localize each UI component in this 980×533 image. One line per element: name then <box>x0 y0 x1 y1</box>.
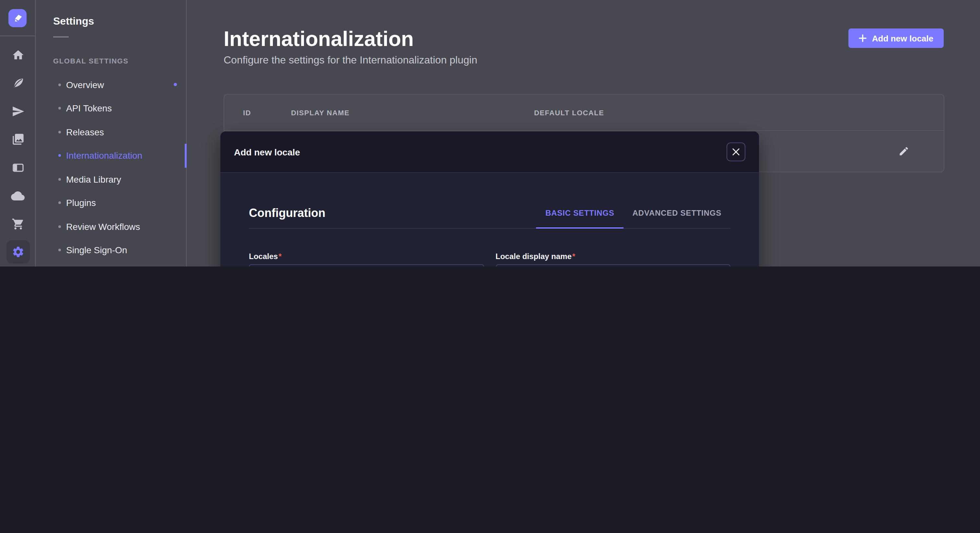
sidebar-item-label: Overview <box>66 80 104 90</box>
sidebar-item-label: Media Library <box>66 174 121 185</box>
locales-field: Locales* French (fr) <box>249 252 484 266</box>
sidebar-item-overview[interactable]: Overview <box>36 73 186 97</box>
sidebar-item-label: Releases <box>66 127 104 137</box>
bullet-icon <box>58 131 61 133</box>
modal-header: Add new locale <box>220 132 759 173</box>
table-header-row: IDDISPLAY NAMEDEFAULT LOCALE <box>224 95 944 130</box>
sidebar-item-label: Plugins <box>66 198 96 208</box>
tab-basic-settings[interactable]: BASIC SETTINGS <box>536 199 624 228</box>
sidebar-item-releases[interactable]: Releases <box>36 120 186 144</box>
settings-nav: GLOBAL SETTINGSOverviewAPI TokensRelease… <box>36 49 186 266</box>
display-name-input[interactable] <box>495 264 730 266</box>
close-icon <box>732 148 740 155</box>
settings-active-pill <box>6 241 30 264</box>
page-title: Internationalization <box>224 27 414 51</box>
column-header-id: ID <box>243 108 291 116</box>
edit-locale-button[interactable] <box>896 143 912 159</box>
locales-label: Locales* <box>249 252 484 261</box>
home-icon[interactable] <box>0 41 36 69</box>
icon-rail: KD <box>0 0 36 266</box>
sidebar-item-label: API Tokens <box>66 103 112 114</box>
sidebar-item-single-sign-on[interactable]: Single Sign-On <box>36 238 186 262</box>
media-library-icon[interactable] <box>0 125 36 154</box>
feather-icon[interactable] <box>0 69 36 97</box>
sidebar-item-internationalization[interactable]: Internationalization <box>36 144 186 167</box>
sidebar-item-api-tokens[interactable]: API Tokens <box>36 97 186 120</box>
add-new-locale-button[interactable]: Add new locale <box>849 29 944 48</box>
close-button[interactable] <box>727 143 745 161</box>
notification-dot-icon <box>174 83 177 86</box>
settings-sidebar: Settings GLOBAL SETTINGSOverviewAPI Toke… <box>36 0 187 266</box>
bullet-icon <box>58 178 61 181</box>
required-mark: * <box>572 252 575 261</box>
sidebar-item-media-library[interactable]: Media Library <box>36 167 186 191</box>
cart-icon[interactable] <box>0 210 36 238</box>
strapi-logo-icon <box>12 12 23 24</box>
page-subtitle: Configure the settings for the Internati… <box>224 54 477 66</box>
fields-row: Locales* French (fr) Locale display name… <box>249 252 730 266</box>
configuration-header-row: Configuration BASIC SETTINGS ADVANCED SE… <box>249 199 730 228</box>
add-new-locale-label: Add new locale <box>872 33 933 43</box>
sidebar-item-label: Single Sign-On <box>66 245 127 255</box>
required-mark: * <box>278 252 281 261</box>
tab-advanced-settings[interactable]: ADVANCED SETTINGS <box>623 199 730 228</box>
bullet-icon <box>58 202 61 204</box>
plus-icon <box>859 34 867 42</box>
nav-section-label: GLOBAL SETTINGS <box>36 49 186 73</box>
display-name-field: Locale display name* Locale will be disp… <box>495 252 730 266</box>
strapi-admin-app: KD Settings GLOBAL SETTINGSOverviewAPI T… <box>0 0 980 266</box>
bullet-icon <box>58 107 61 110</box>
configuration-title: Configuration <box>249 206 325 220</box>
layout-icon[interactable] <box>0 154 36 182</box>
column-header-default-locale: DEFAULT LOCALE <box>534 108 944 116</box>
sidebar-title-rule <box>53 36 69 38</box>
modal-body: Configuration BASIC SETTINGS ADVANCED SE… <box>220 173 759 266</box>
logo-area <box>0 0 35 36</box>
settings-gear-icon[interactable] <box>0 238 36 266</box>
sidebar-item-transfer-tokens[interactable]: Transfer Tokens <box>36 262 186 266</box>
pencil-icon <box>898 146 909 157</box>
sidebar-item-plugins[interactable]: Plugins <box>36 191 186 215</box>
sidebar-item-label: Internationalization <box>66 151 142 161</box>
sidebar-item-review-workflows[interactable]: Review Workflows <box>36 215 186 238</box>
rail-icons <box>0 41 36 266</box>
paper-plane-icon[interactable] <box>0 97 36 125</box>
sidebar-item-label: Review Workflows <box>66 222 140 232</box>
display-name-label: Locale display name* <box>495 252 730 261</box>
bullet-icon <box>58 225 61 228</box>
add-locale-modal: Add new locale Configuration BASIC SETTI… <box>220 132 759 266</box>
nav-section: GLOBAL SETTINGSOverviewAPI TokensRelease… <box>36 49 186 266</box>
cloud-icon[interactable] <box>0 182 36 210</box>
bullet-icon <box>58 154 61 157</box>
bullet-icon <box>58 84 61 86</box>
sidebar-title: Settings <box>36 0 186 27</box>
bullet-icon <box>58 249 61 252</box>
locales-select[interactable]: French (fr) <box>249 264 484 266</box>
column-header-display-name: DISPLAY NAME <box>291 108 534 116</box>
strapi-logo[interactable] <box>8 9 27 27</box>
modal-title: Add new locale <box>234 147 300 157</box>
